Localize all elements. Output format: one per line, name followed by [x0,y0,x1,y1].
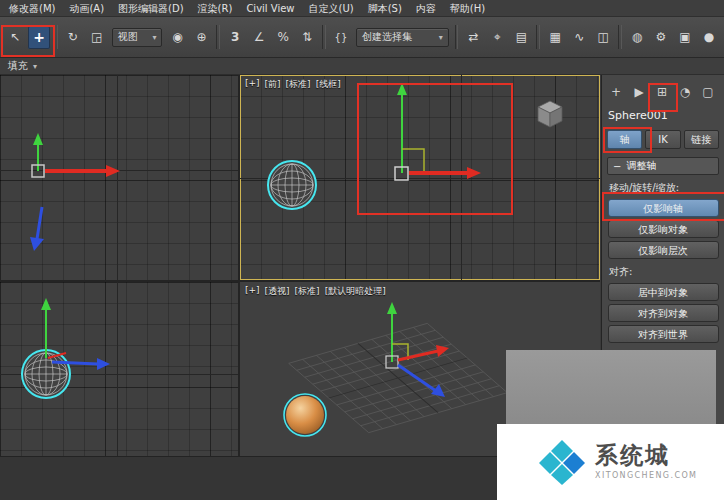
menu-customize[interactable]: 自定义(U) [302,0,361,17]
named-selection-set-value: 创建选择集 [362,30,412,44]
hierarchy-subtabs: 轴 IK 链接 [602,130,724,149]
viewport-front[interactable]: [+] [前] [标准] [线框] [240,75,600,280]
select-manipulate-icon[interactable]: ⊕ [190,26,212,49]
menu-modifiers[interactable]: 修改器(M) [2,0,62,17]
viewport-preset-menu[interactable]: [标准] [286,78,311,91]
move-gizmo[interactable] [10,296,140,406]
select-icon[interactable]: ↖ [4,26,26,49]
chevron-down-icon: ▾ [152,33,156,42]
viewport-bottom-left[interactable] [0,282,238,456]
toolbar-separator [322,25,326,49]
menu-scripting[interactable]: 脚本(S) [361,0,409,17]
snap-toggle-3d-icon[interactable]: 3 [224,26,246,49]
viewport-shading-menu[interactable]: [线框] [316,78,341,91]
render-setup-icon[interactable]: ⚙ [650,26,672,49]
3dsmax-app-window: 修改器(M) 动画(A) 图形编辑器(D) 渲染(R) Civil View 自… [0,0,724,500]
toolbar-separator [455,25,459,49]
z-axis-arrow[interactable] [16,203,66,259]
affect-pivot-only-button[interactable]: 仅影响轴 [608,199,719,217]
motion-tab-icon[interactable]: ◔ [677,85,693,99]
use-pivot-center-icon[interactable]: ◉ [166,26,188,49]
scale-icon[interactable]: ◲ [86,26,108,49]
menu-civil-view[interactable]: Civil View [239,0,301,17]
percent-snap-icon[interactable]: % [272,26,294,49]
collapse-icon: − [613,161,621,172]
edit-named-sets-icon[interactable]: {} [330,26,352,49]
view-cube[interactable] [534,97,566,131]
move-gizmo[interactable] [14,131,144,195]
ribbon-toggle-icon[interactable]: ▦ [544,26,566,49]
viewport-preset-menu[interactable]: [标准] [295,285,320,298]
mirror-icon[interactable]: ⇄ [462,26,484,49]
move-gizmo[interactable] [368,81,503,196]
move-gizmo[interactable] [360,300,500,420]
chevron-down-icon[interactable]: ▾ [33,62,37,71]
material-editor-icon[interactable]: ◍ [626,26,648,49]
pivot-tab[interactable]: 轴 [607,130,642,149]
link-info-tab[interactable]: 链接 [684,130,719,149]
reference-coordinate-dropdown[interactable]: 视图 ▾ [112,28,163,47]
viewport-shading-menu[interactable]: [默认明暗处理] [325,285,386,298]
move-icon[interactable]: + [28,26,50,49]
viewport-top-left[interactable] [0,75,238,280]
toolbar-separator [54,25,58,49]
center-to-object-button[interactable]: 居中到对象 [608,283,719,301]
plus-icon[interactable]: + [608,85,624,99]
rollout-title: 调整轴 [626,159,656,173]
curve-editor-icon[interactable]: ∿ [568,26,590,49]
hierarchy-tab-icon[interactable]: ⊞ [654,85,670,99]
watermark-domain: XITONGCHENG.COM [595,471,697,480]
object-name-label: Sphere001 [602,103,724,126]
viewport-general-menu[interactable]: [+] [245,285,260,298]
alignment-label: 对齐: [602,259,724,280]
affect-object-only-button[interactable]: 仅影响对象 [608,220,719,238]
watermark-title: 系统城 [595,444,697,467]
menu-graph-editors[interactable]: 图形编辑器(D) [111,0,191,17]
named-selection-set-dropdown[interactable]: 创建选择集 ▾ [356,28,449,47]
secondary-toolbar: 填充 ▾ [0,58,724,75]
create-tab-icon[interactable]: ▶ [631,85,647,99]
reference-coordinate-value: 视图 [118,30,138,44]
spinner-snap-icon[interactable]: ⇅ [296,26,318,49]
toolbar-separator [216,25,220,49]
menu-help[interactable]: 帮助(H) [443,0,492,17]
wireframe-sphere[interactable] [264,157,320,213]
toolbar-separator [618,25,622,49]
shaded-sphere[interactable] [280,390,330,440]
menu-bar: 修改器(M) 动画(A) 图形编辑器(D) 渲染(R) Civil View 自… [0,0,724,17]
align-icon[interactable]: ⌖ [486,26,508,49]
viewport-general-menu[interactable]: [+] [245,78,260,91]
angle-snap-icon[interactable]: ∠ [248,26,270,49]
xitongcheng-logo-icon [539,439,585,485]
layer-manager-icon[interactable]: ▤ [510,26,532,49]
viewport-pov-menu[interactable]: [前] [265,78,281,91]
affect-hierarchy-only-button[interactable]: 仅影响层次 [608,241,719,259]
render-frame-window-icon[interactable]: ▣ [674,26,696,49]
menu-rendering[interactable]: 渲染(R) [191,0,240,17]
command-panel-tabs: + ▶ ⊞ ◔ ▢ [602,75,724,103]
viewport-label-bar: [+] [透视] [标准] [默认明暗处理] [245,285,386,298]
viewport-pov-menu[interactable]: [透视] [265,285,290,298]
schematic-view-icon[interactable]: ◫ [592,26,614,49]
chevron-down-icon: ▾ [439,33,443,42]
menu-animation[interactable]: 动画(A) [62,0,111,17]
move-rotate-scale-label: 移动/旋转/缩放: [602,175,724,196]
display-tab-icon[interactable]: ▢ [700,85,716,99]
align-to-world-button[interactable]: 对齐到世界 [608,325,719,343]
rotate-icon[interactable]: ↻ [62,26,84,49]
blurred-region [506,350,716,428]
populate-fill-label[interactable]: 填充 [8,59,28,73]
main-toolbar: ↖ + ↻ ◲ 视图 ▾ ◉ ⊕ 3 ∠ % ⇅ {} 创建选择集 ▾ ⇄ ⌖ … [0,17,724,58]
toolbar-separator [536,25,540,49]
watermark: 系统城 XITONGCHENG.COM [497,424,724,500]
align-to-object-button[interactable]: 对齐到对象 [608,304,719,322]
adjust-pivot-rollout[interactable]: − 调整轴 [607,157,719,175]
render-icon[interactable]: ● [698,26,720,49]
viewport-label-bar: [+] [前] [标准] [线框] [245,78,341,91]
ik-tab[interactable]: IK [645,130,680,149]
menu-content[interactable]: 内容 [409,0,443,17]
